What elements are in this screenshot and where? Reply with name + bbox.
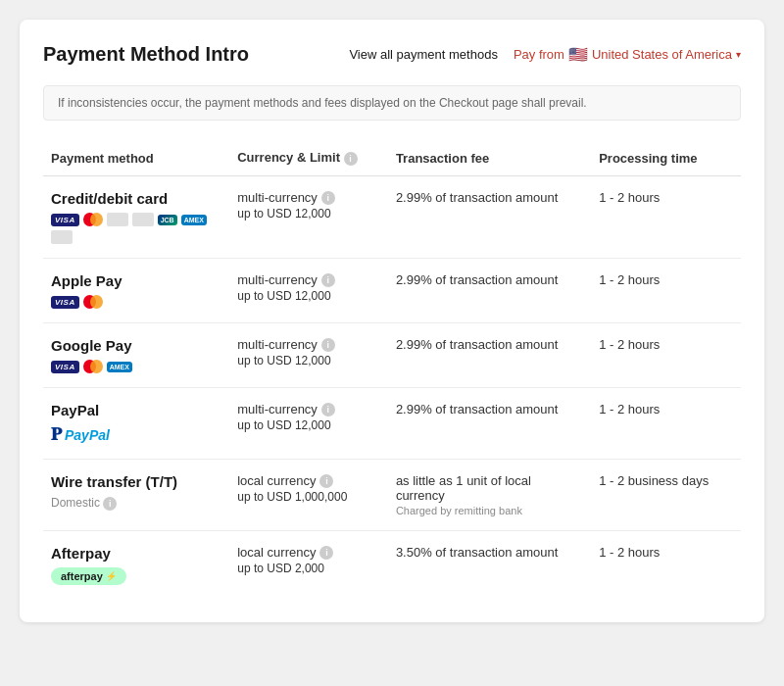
currency-limit: up to USD 12,000 — [237, 354, 380, 368]
currency-text: multi-currencyi — [237, 272, 380, 287]
processing-cell: 1 - 2 hours — [591, 388, 741, 460]
visa-icon: VISA — [51, 296, 79, 309]
method-cell: Apple PayVISA — [43, 259, 229, 323]
processing-cell: 1 - 2 hours — [591, 259, 741, 323]
table-row: Apple PayVISAmulti-currencyiup to USD 12… — [43, 259, 741, 323]
currency-limit: up to USD 12,000 — [237, 289, 380, 303]
method-cell: Google PayVISAAMEX — [43, 323, 229, 388]
processing-cell: 1 - 2 hours — [591, 323, 741, 388]
method-name: Credit/debit card — [51, 190, 221, 207]
payment-icons: VISAAMEX — [51, 360, 221, 373]
table-row: Afterpayafterpay⚡local currencyiup to US… — [43, 531, 741, 600]
currency-text: multi-currencyi — [237, 190, 380, 205]
fee-text: as little as 1 unit of local currency — [396, 473, 583, 503]
processing-time: 1 - 2 hours — [599, 402, 733, 416]
table-row: PayPal𝐏PayPalmulti-currencyiup to USD 12… — [43, 388, 741, 460]
currency-limit: up to USD 12,000 — [237, 207, 380, 220]
generic-card-icon — [132, 213, 154, 226]
currency-info-icon[interactable]: i — [321, 338, 335, 352]
method-cell: Afterpayafterpay⚡ — [43, 531, 229, 600]
currency-info-icon[interactable]: i — [319, 474, 333, 488]
currency-text: multi-currencyi — [237, 402, 380, 416]
amex-icon: AMEX — [107, 362, 132, 372]
currency-info-icon[interactable]: i — [321, 191, 335, 205]
currency-text: local currencyi — [237, 473, 380, 488]
currency-info-icon[interactable]: i — [344, 152, 358, 166]
processing-cell: 1 - 2 business days — [591, 460, 741, 531]
amex-icon: AMEX — [181, 215, 207, 225]
fee-sub: Charged by remitting bank — [396, 505, 583, 516]
fee-cell: 2.99% of transaction amount — [388, 259, 591, 323]
page-title: Payment Method Intro — [43, 43, 249, 66]
currency-info-icon[interactable]: i — [319, 546, 333, 560]
fee-cell: 2.99% of transaction amount — [388, 323, 591, 388]
currency-text: multi-currencyi — [237, 337, 380, 352]
payment-methods-table: Payment method Currency & Limit i Transa… — [43, 140, 741, 599]
domestic-info-icon[interactable]: i — [103, 497, 117, 511]
method-sub: Domestic i — [51, 496, 221, 511]
processing-time: 1 - 2 hours — [599, 272, 733, 287]
method-cell: Credit/debit cardVISAJCBAMEX — [43, 176, 229, 259]
generic-card-icon — [51, 230, 73, 244]
method-name: Google Pay — [51, 337, 221, 354]
paypal-icon: 𝐏PayPal — [51, 424, 110, 445]
processing-time: 1 - 2 hours — [599, 337, 733, 352]
visa-icon: VISA — [51, 214, 79, 226]
disclaimer-banner: If inconsistencies occur, the payment me… — [43, 85, 741, 121]
fee-cell: 3.50% of transaction amount — [388, 531, 591, 600]
view-all-link[interactable]: View all payment methods — [349, 47, 498, 62]
country-name: United States of America — [592, 47, 732, 62]
col-header-processing: Processing time — [591, 140, 741, 176]
currency-cell: multi-currencyiup to USD 12,000 — [229, 323, 388, 388]
col-header-fee: Transaction fee — [388, 140, 591, 176]
method-name: Afterpay — [51, 545, 221, 562]
generic-card-icon — [107, 213, 128, 226]
table-row: Wire transfer (T/T)Domestic ilocal curre… — [43, 460, 741, 531]
payment-icons: afterpay⚡ — [51, 567, 221, 585]
col-header-method: Payment method — [43, 140, 229, 176]
fee-text: 2.99% of transaction amount — [396, 272, 583, 287]
header-links: View all payment methods Pay from 🇺🇸 Uni… — [349, 45, 741, 64]
header: Payment Method Intro View all payment me… — [43, 43, 741, 66]
processing-time: 1 - 2 business days — [599, 473, 733, 488]
method-name: Apple Pay — [51, 272, 221, 289]
currency-limit: up to USD 1,000,000 — [237, 490, 380, 504]
payment-icons: VISAJCBAMEX — [51, 213, 221, 244]
processing-cell: 1 - 2 hours — [591, 531, 741, 600]
mastercard-icon — [83, 295, 103, 309]
fee-text: 2.99% of transaction amount — [396, 402, 583, 416]
payment-icons: VISA — [51, 295, 221, 309]
country-flag: 🇺🇸 — [568, 45, 588, 64]
currency-info-icon[interactable]: i — [321, 403, 335, 416]
pay-from-label: Pay from — [514, 47, 564, 62]
currency-cell: local currencyiup to USD 1,000,000 — [229, 460, 388, 531]
currency-limit: up to USD 2,000 — [237, 562, 380, 575]
fee-cell: as little as 1 unit of local currencyCha… — [388, 460, 591, 531]
table-row: Credit/debit cardVISAJCBAMEXmulti-curren… — [43, 176, 741, 259]
currency-cell: multi-currencyiup to USD 12,000 — [229, 176, 388, 259]
pay-from-dropdown[interactable]: Pay from 🇺🇸 United States of America ▾ — [514, 45, 741, 64]
chevron-down-icon: ▾ — [736, 49, 741, 60]
payment-icons: 𝐏PayPal — [51, 424, 221, 445]
afterpay-icon: afterpay⚡ — [51, 567, 126, 585]
mastercard-icon — [83, 360, 103, 373]
fee-text: 2.99% of transaction amount — [396, 190, 583, 205]
table-row: Google PayVISAAMEXmulti-currencyiup to U… — [43, 323, 741, 388]
processing-cell: 1 - 2 hours — [591, 176, 741, 259]
currency-cell: local currencyiup to USD 2,000 — [229, 531, 388, 600]
disclaimer-text: If inconsistencies occur, the payment me… — [58, 96, 587, 110]
currency-text: local currencyi — [237, 545, 380, 560]
fee-text: 3.50% of transaction amount — [396, 545, 583, 560]
method-name: PayPal — [51, 402, 221, 418]
method-cell: PayPal𝐏PayPal — [43, 388, 229, 460]
currency-cell: multi-currencyiup to USD 12,000 — [229, 259, 388, 323]
processing-time: 1 - 2 hours — [599, 190, 733, 205]
visa-icon: VISA — [51, 361, 79, 373]
method-cell: Wire transfer (T/T)Domestic i — [43, 460, 229, 531]
currency-info-icon[interactable]: i — [321, 273, 335, 287]
fee-cell: 2.99% of transaction amount — [388, 388, 591, 460]
fee-cell: 2.99% of transaction amount — [388, 176, 591, 259]
method-name: Wire transfer (T/T) — [51, 473, 221, 490]
currency-cell: multi-currencyiup to USD 12,000 — [229, 388, 388, 460]
col-header-currency: Currency & Limit i — [229, 140, 388, 176]
